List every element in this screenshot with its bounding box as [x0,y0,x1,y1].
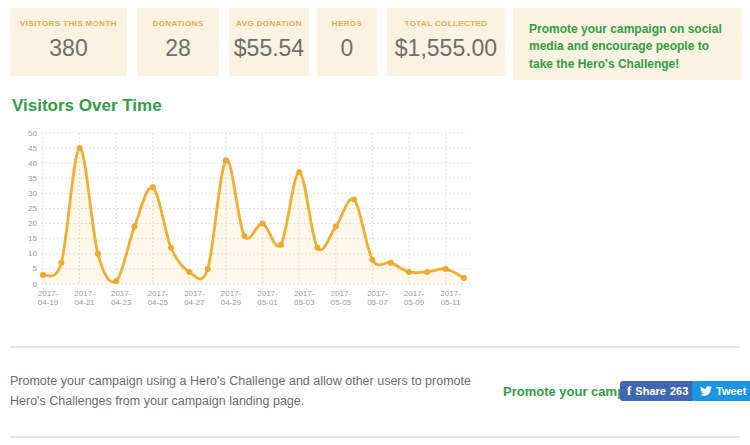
stat-card-avg-donation: AVG DONATION $55.54 [229,8,309,76]
svg-text:2017-05-07: 2017-05-07 [367,289,388,307]
svg-text:2017-05-11: 2017-05-11 [440,289,461,307]
section-divider [10,346,740,348]
bottom-divider [10,436,740,438]
stat-value: 380 [10,35,127,62]
stat-value: $55.54 [229,35,309,62]
svg-text:2017-04-29: 2017-04-29 [221,289,242,307]
svg-text:2017-04-21: 2017-04-21 [74,289,95,307]
svg-text:15: 15 [28,234,37,243]
svg-text:0: 0 [33,280,38,289]
svg-text:10: 10 [28,249,37,258]
svg-text:5: 5 [33,264,38,273]
svg-text:20: 20 [28,219,37,228]
svg-text:2017-05-01: 2017-05-01 [257,289,278,307]
campaign-dashboard: VISITORS THIS MONTH 380 DONATIONS 28 AVG… [0,0,750,445]
stat-label: TOTAL COLLECTED [387,19,505,28]
svg-text:2017-05-09: 2017-05-09 [404,289,425,307]
line-chart-svg: 051015202530354045502017-04-192017-04-21… [13,128,478,310]
tweet-label: Tweet [716,385,746,397]
svg-text:35: 35 [28,174,37,183]
visitors-over-time-chart: 051015202530354045502017-04-192017-04-21… [13,128,478,310]
svg-text:2017-04-19: 2017-04-19 [38,289,59,307]
svg-text:45: 45 [28,144,37,153]
promo-callout-box: Promote your campaign on social media an… [513,8,742,80]
footer-description: Promote your campaign using a Hero's Cha… [10,371,490,411]
stat-value: $1,555.00 [387,35,505,62]
stat-label: AVG DONATION [229,19,309,28]
stat-value: 0 [317,35,377,62]
tweet-button[interactable]: Tweet [692,381,750,401]
svg-text:2017-04-25: 2017-04-25 [148,289,169,307]
stat-value: 28 [137,35,219,62]
svg-text:40: 40 [28,159,37,168]
stat-card-visitors-this-month: VISITORS THIS MONTH 380 [10,8,127,76]
svg-text:2017-04-23: 2017-04-23 [111,289,132,307]
chart-title: Visitors Over Time [12,96,162,116]
stat-label: DONATIONS [137,19,219,28]
svg-text:25: 25 [28,204,37,213]
svg-text:2017-05-03: 2017-05-03 [294,289,315,307]
stat-card-heros: HEROS 0 [317,8,377,76]
stat-label: HEROS [317,19,377,28]
facebook-share-count: 263 [670,385,688,397]
facebook-icon: f [627,383,631,399]
svg-text:30: 30 [28,189,37,198]
twitter-bird-icon [700,385,712,397]
svg-text:2017-05-05: 2017-05-05 [331,289,352,307]
stat-label: VISITORS THIS MONTH [10,19,127,28]
stat-card-donations: DONATIONS 28 [137,8,219,76]
facebook-share-label: Share [635,385,666,397]
svg-text:50: 50 [28,129,37,138]
facebook-share-button[interactable]: f Share 263 [620,381,695,401]
stat-card-total-collected: TOTAL COLLECTED $1,555.00 [387,8,505,76]
promo-callout-text: Promote your campaign on social media an… [529,21,726,73]
svg-text:2017-04-27: 2017-04-27 [184,289,205,307]
